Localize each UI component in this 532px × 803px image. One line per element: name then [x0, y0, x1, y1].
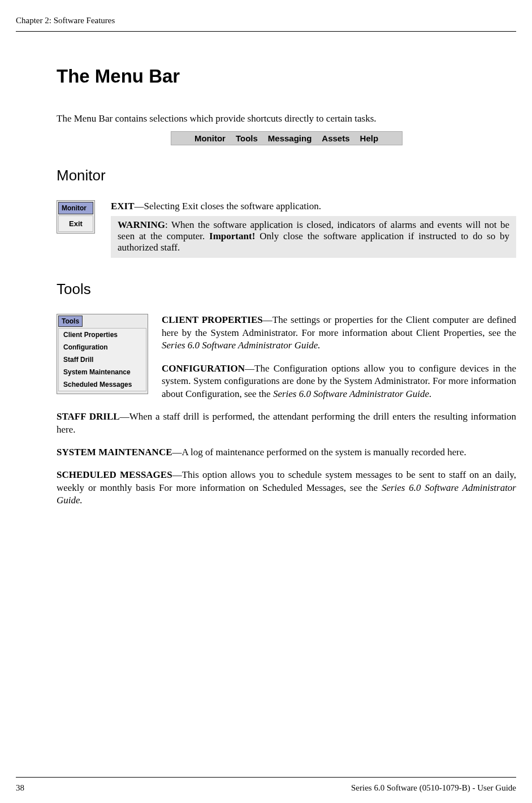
configuration-paragraph: CONFIGURATION—The Configuration options … [162, 362, 516, 400]
page-footer: 38 Series 6.0 Software (0510-1079-B) - U… [16, 777, 516, 793]
system-maintenance-term: SYSTEM MAINTENANCE [57, 447, 172, 457]
section-heading-tools: Tools [57, 280, 516, 298]
exit-description: EXIT—Selecting Exit closes the software … [111, 200, 516, 213]
exit-desc-text: —Selecting Exit closes the software appl… [135, 201, 321, 211]
system-maintenance-paragraph: SYSTEM MAINTENANCE—A log of maintenance … [57, 446, 516, 459]
warning-term: WARNING [118, 219, 165, 230]
section-heading-monitor: Monitor [57, 167, 516, 184]
menubar-item-help[interactable]: Help [360, 133, 379, 143]
menubar-figure: Monitor Tools Messaging Assets Help [171, 131, 403, 145]
menubar-item-monitor[interactable]: Monitor [194, 133, 226, 143]
tools-menu-figure: Tools Client Properties Configuration St… [57, 314, 148, 394]
footer-page-number: 38 [16, 783, 24, 793]
warning-box: WARNING: When the software application i… [111, 216, 516, 258]
tools-menu-item-client-properties[interactable]: Client Properties [59, 329, 146, 341]
tools-menu-item-scheduled-messages[interactable]: Scheduled Messages [59, 378, 146, 391]
tools-menu-item-system-maintenance[interactable]: System Maintenance [59, 366, 146, 378]
tools-menu-header[interactable]: Tools [58, 316, 83, 327]
menubar-item-tools[interactable]: Tools [236, 133, 258, 143]
client-properties-paragraph: CLIENT PROPERTIES—The settings or proper… [162, 314, 516, 352]
footer-rule [16, 777, 516, 778]
staff-drill-term: STAFF DRILL [57, 411, 120, 422]
client-properties-term: CLIENT PROPERTIES [162, 314, 263, 325]
tools-menu-item-staff-drill[interactable]: Staff Drill [59, 353, 146, 366]
scheduled-messages-term: SCHEDULED MESSAGES [57, 469, 172, 480]
intro-paragraph: The Menu Bar contains selections which p… [57, 113, 516, 124]
staff-drill-body: —When a staff drill is performed, the at… [57, 411, 516, 434]
exit-term: EXIT [111, 201, 135, 211]
warning-important: Important! [209, 231, 255, 241]
page-title: The Menu Bar [57, 66, 516, 87]
menubar-item-assets[interactable]: Assets [322, 133, 349, 143]
configuration-term: CONFIGURATION [162, 363, 245, 374]
footer-right-text: Series 6.0 Software (0510-1079-B) - User… [351, 783, 516, 793]
page-header-chapter: Chapter 2: Software Features [16, 16, 516, 25]
monitor-menu-header[interactable]: Monitor [58, 202, 93, 214]
menubar-item-messaging[interactable]: Messaging [268, 133, 312, 143]
client-properties-ref: Series 6.0 Software Administrator Guide. [162, 340, 321, 351]
staff-drill-paragraph: STAFF DRILL—When a staff drill is perfor… [57, 411, 516, 436]
system-maintenance-body: —A log of maintenance performed on the s… [172, 447, 466, 457]
tools-menu-item-configuration[interactable]: Configuration [59, 341, 146, 353]
monitor-menu-item-exit[interactable]: Exit [58, 215, 93, 232]
scheduled-messages-paragraph: SCHEDULED MESSAGES—This option allows yo… [57, 469, 516, 507]
header-rule [16, 31, 516, 32]
configuration-ref: Series 6.0 Software Administrator Guide. [273, 388, 432, 399]
monitor-menu-figure: Monitor Exit [57, 200, 95, 234]
